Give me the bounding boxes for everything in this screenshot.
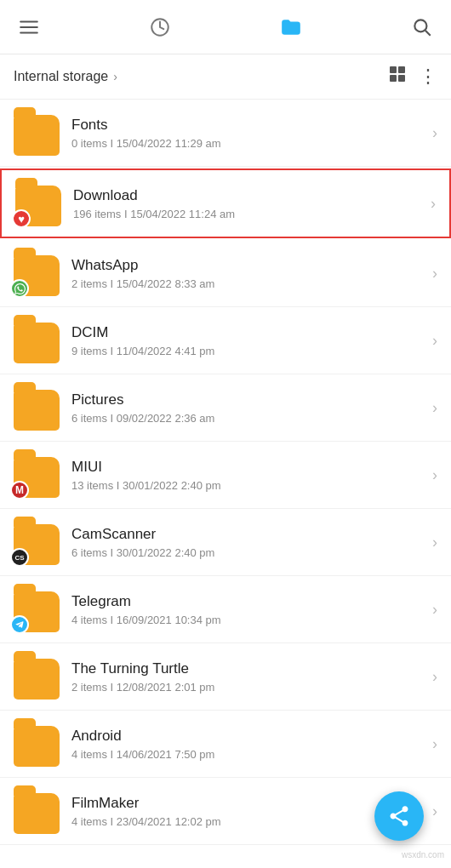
folder-chevron-icon: › <box>432 601 437 619</box>
folder-info: MIUI13 items I 30/01/2022 2:40 pm <box>71 459 425 492</box>
folder-meta: 13 items I 30/01/2022 2:40 pm <box>71 479 425 492</box>
folder-thumb <box>14 317 60 363</box>
folder-item[interactable]: Fonts0 items I 15/04/2022 11:29 am› <box>0 100 451 167</box>
folder-meta: 6 items I 09/02/2022 2:36 am <box>71 412 425 425</box>
more-options-button[interactable]: ⋮ <box>419 66 437 88</box>
menu-button[interactable] <box>15 14 43 41</box>
folder-name: MIUI <box>71 459 425 476</box>
folder-item[interactable]: The Turning Turtle2 items I 12/08/2021 2… <box>0 643 451 711</box>
watermark: wsxdn.com <box>402 850 444 859</box>
folder-name: Pictures <box>71 391 425 408</box>
folder-thumb <box>14 250 60 296</box>
folder-item[interactable]: MMIUI13 items I 30/01/2022 2:40 pm› <box>0 442 451 509</box>
folder-info: The Turning Turtle2 items I 12/08/2021 2… <box>71 660 425 694</box>
top-bar <box>0 0 451 54</box>
folder-item[interactable]: DCIM9 items I 11/04/2022 4:41 pm› <box>0 307 451 374</box>
folder-thumb: ♥ <box>15 180 61 226</box>
folder-thumb: M <box>14 452 60 498</box>
folder-chevron-icon: › <box>432 668 437 686</box>
folder-thumb <box>14 721 60 767</box>
breadcrumb[interactable]: Internal storage › <box>14 69 117 84</box>
svg-rect-7 <box>398 66 405 73</box>
folder-name: DCIM <box>71 324 425 341</box>
breadcrumb-title: Internal storage <box>14 69 108 84</box>
breadcrumb-actions: ⋮ <box>388 65 437 89</box>
folder-chevron-icon: › <box>432 735 437 753</box>
folder-item[interactable]: Pictures6 items I 09/02/2022 2:36 am› <box>0 374 451 442</box>
folder-info: Fonts0 items I 15/04/2022 11:29 am <box>71 117 425 150</box>
folder-thumb <box>14 788 60 834</box>
folder-name: CamScanner <box>71 526 425 543</box>
folder-meta: 4 items I 23/04/2021 12:02 pm <box>71 815 425 828</box>
folder-meta: 4 items I 16/09/2021 10:34 pm <box>71 614 425 626</box>
folder-meta: 4 items I 14/06/2021 7:50 pm <box>71 748 425 761</box>
fab-button[interactable] <box>374 791 424 841</box>
folder-name: WhatsApp <box>71 257 425 274</box>
folder-item[interactable]: CSCamScanner6 items I 30/01/2022 2:40 pm… <box>0 509 451 576</box>
folder-info: WhatsApp2 items I 15/04/2022 8:33 am <box>71 257 425 290</box>
folder-name: Android <box>71 728 425 745</box>
folder-chevron-icon: › <box>432 399 437 417</box>
folder-badge-icon <box>10 615 29 634</box>
folder-chevron-icon: › <box>432 332 437 350</box>
folder-meta: 2 items I 12/08/2021 2:01 pm <box>71 681 425 694</box>
folder-item[interactable]: ♥Download196 items I 15/04/2022 11:24 am… <box>0 168 451 238</box>
folder-name: Fonts <box>71 117 425 134</box>
svg-rect-6 <box>390 66 397 73</box>
folder-meta: 2 items I 15/04/2022 8:33 am <box>71 277 425 290</box>
folder-thumb <box>14 385 60 431</box>
folder-badge-icon: ♥ <box>12 209 31 228</box>
folder-info: Telegram4 items I 16/09/2021 10:34 pm <box>71 593 425 626</box>
grid-view-button[interactable] <box>388 65 407 89</box>
search-button[interactable] <box>408 14 436 41</box>
folder-chevron-icon: › <box>432 466 437 484</box>
folder-thumb <box>14 586 60 632</box>
folder-list: Fonts0 items I 15/04/2022 11:29 am›♥Down… <box>0 100 451 845</box>
folder-thumb <box>14 110 60 156</box>
folder-item[interactable]: Android4 items I 14/06/2021 7:50 pm› <box>0 711 451 778</box>
folder-meta: 6 items I 30/01/2022 2:40 pm <box>71 546 425 559</box>
folder-meta: 9 items I 11/04/2022 4:41 pm <box>71 345 425 357</box>
breadcrumb-chevron-icon: › <box>113 70 117 83</box>
folder-info: DCIM9 items I 11/04/2022 4:41 pm <box>71 324 425 357</box>
folder-name: Download <box>73 187 424 204</box>
files-button[interactable] <box>277 14 305 41</box>
folder-name: Telegram <box>71 593 425 610</box>
folder-badge-icon: CS <box>10 548 29 567</box>
folder-info: CamScanner6 items I 30/01/2022 2:40 pm <box>71 526 425 559</box>
folder-badge-icon: M <box>10 481 29 500</box>
folder-badge-icon <box>10 279 29 298</box>
folder-meta: 196 items I 15/04/2022 11:24 am <box>73 208 424 220</box>
folder-info: FilmMaker4 items I 23/04/2021 12:02 pm <box>71 795 425 828</box>
svg-point-4 <box>414 20 426 31</box>
folder-chevron-icon: › <box>432 802 437 820</box>
folder-item[interactable]: Telegram4 items I 16/09/2021 10:34 pm› <box>0 576 451 643</box>
folder-info: Pictures6 items I 09/02/2022 2:36 am <box>71 391 425 425</box>
svg-line-5 <box>425 30 431 35</box>
folder-chevron-icon: › <box>432 124 437 142</box>
folder-info: Download196 items I 15/04/2022 11:24 am <box>73 187 424 220</box>
folder-thumb <box>14 654 60 700</box>
folder-info: Android4 items I 14/06/2021 7:50 pm <box>71 728 425 761</box>
folder-thumb: CS <box>14 519 60 565</box>
folder-item[interactable]: WhatsApp2 items I 15/04/2022 8:33 am› <box>0 240 451 307</box>
breadcrumb-bar: Internal storage › ⋮ <box>0 54 451 100</box>
recent-button[interactable] <box>146 14 174 41</box>
folder-chevron-icon: › <box>432 534 437 551</box>
svg-rect-8 <box>390 75 397 82</box>
folder-chevron-icon: › <box>431 195 436 213</box>
folder-chevron-icon: › <box>432 265 437 283</box>
folder-meta: 0 items I 15/04/2022 11:29 am <box>71 137 425 150</box>
folder-name: The Turning Turtle <box>71 660 425 677</box>
svg-rect-9 <box>398 75 405 82</box>
folder-name: FilmMaker <box>71 795 425 812</box>
